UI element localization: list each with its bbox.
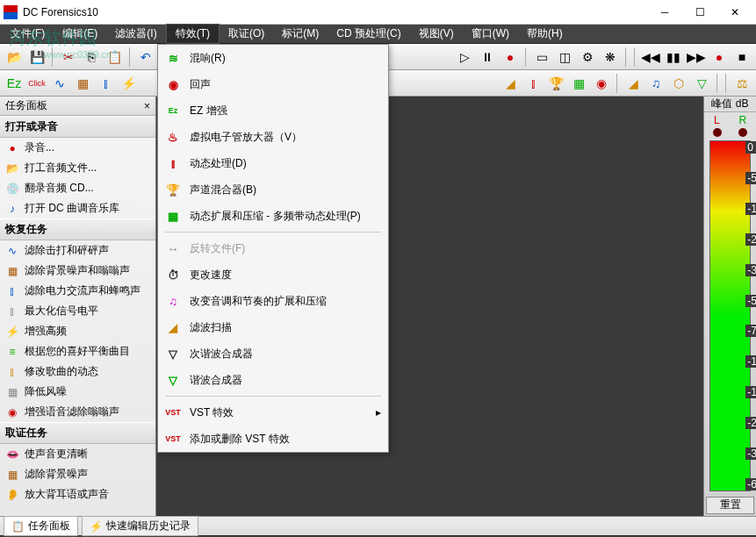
- expand-icon: ▦: [165, 208, 181, 224]
- tab-task-panel[interactable]: 📋任务面板: [4, 516, 78, 536]
- panel-close-icon[interactable]: ×: [144, 100, 150, 112]
- fx-d-icon[interactable]: ▦: [568, 73, 589, 94]
- menu-row-amp[interactable]: ♨虚拟电子管放大器（V）: [158, 124, 388, 150]
- svg-rect-1: [4, 12, 18, 19]
- menu-row-vst[interactable]: VST添加或删除 VST 特效: [158, 426, 388, 452]
- task-item[interactable]: ⚡增强高频: [0, 321, 155, 341]
- fx-g-icon[interactable]: ♫: [645, 73, 666, 94]
- task-label: 录音...: [25, 140, 54, 155]
- fx-f-icon[interactable]: ◢: [623, 73, 644, 94]
- menu-row-reverb[interactable]: ≋混响(R): [158, 45, 388, 71]
- record-icon[interactable]: ●: [500, 47, 521, 68]
- pause-icon[interactable]: ⏸: [477, 47, 498, 68]
- menu-label: 混响(R): [190, 51, 226, 66]
- task-item[interactable]: ⫿最大化信号电平: [0, 301, 155, 321]
- meter-reset-button[interactable]: 重置: [706, 497, 754, 514]
- menu-row-subharm[interactable]: ▽次谐波合成器: [158, 340, 388, 367]
- menu-row-harm[interactable]: ▽谐波合成器: [158, 367, 388, 393]
- view-icon[interactable]: ▭: [531, 47, 552, 68]
- menu-label: 回声: [190, 77, 211, 92]
- task-item[interactable]: ∿滤除击打和砰砰声: [0, 240, 155, 261]
- filter-spectrum-icon[interactable]: ▦: [72, 73, 93, 94]
- forward-icon[interactable]: ▶▶: [686, 47, 707, 68]
- task-icon: 👄: [5, 448, 19, 462]
- zoom-icon[interactable]: ◫: [554, 47, 575, 68]
- task-item[interactable]: ≡根据您的喜好平衡曲目: [0, 341, 155, 362]
- menu-item-8[interactable]: 窗口(W): [463, 25, 518, 43]
- task-icon: ▦: [5, 385, 19, 399]
- menu-item-0[interactable]: 文件(F): [2, 25, 54, 43]
- task-item[interactable]: 👄使声音更清晰: [0, 444, 155, 464]
- menu-item-3[interactable]: 特效(T): [166, 24, 220, 44]
- maximize-button[interactable]: ☐: [682, 1, 717, 24]
- task-label: 使声音更清晰: [25, 447, 88, 462]
- menu-row-mixer[interactable]: 🏆声道混合器(B): [158, 176, 388, 203]
- paste-icon[interactable]: 📋: [104, 47, 125, 68]
- menu-item-6[interactable]: CD 预处理(C): [328, 25, 409, 43]
- task-item[interactable]: ◉增强语音滤除嗡嗡声: [0, 402, 155, 422]
- task-item[interactable]: ●录音...: [0, 138, 155, 158]
- filter-ez-icon[interactable]: Ez: [4, 73, 25, 94]
- section-header: 恢复任务: [0, 218, 155, 240]
- menu-row-vst[interactable]: VSTVST 特效▸: [158, 399, 388, 426]
- task-item[interactable]: 👂放大背耳语或声音: [0, 484, 155, 505]
- minimize-button[interactable]: ─: [647, 1, 682, 24]
- task-item[interactable]: 💿翻录音频 CD...: [0, 178, 155, 198]
- filter-click-icon[interactable]: Click: [26, 73, 47, 94]
- menu-row-speed[interactable]: ⏱更改速度: [158, 261, 388, 288]
- save-icon[interactable]: 💾: [26, 47, 47, 68]
- config-icon[interactable]: ❋: [600, 47, 621, 68]
- menu-item-7[interactable]: 视图(V): [410, 25, 463, 43]
- menu-row-dynamic[interactable]: ⫿动态处理(D): [158, 150, 388, 176]
- fx-i-icon[interactable]: ▽: [691, 73, 712, 94]
- task-item[interactable]: ♪打开 DC 曲调音乐库: [0, 198, 155, 218]
- menu-item-2[interactable]: 滤波器(I): [106, 25, 165, 43]
- sidebar-title: 任务面板 ×: [0, 97, 155, 116]
- meter-tick: 0: [745, 141, 756, 154]
- menu-row-pitch[interactable]: ♫改变音调和节奏的扩展和压缩: [158, 288, 388, 314]
- copy-icon[interactable]: ⎘: [81, 47, 102, 68]
- menu-row-ez[interactable]: EzEZ 增强: [158, 97, 388, 124]
- task-item[interactable]: ▦滤除背景噪声: [0, 464, 155, 484]
- record2-icon[interactable]: ●: [709, 47, 730, 68]
- task-item[interactable]: ⫿滤除电力交流声和蜂鸣声: [0, 281, 155, 301]
- filter-wave-icon[interactable]: ∿: [49, 73, 70, 94]
- fx-h-icon[interactable]: ⬡: [668, 73, 689, 94]
- open-icon[interactable]: 📂: [4, 47, 25, 68]
- task-item[interactable]: ▦降低风噪: [0, 382, 155, 402]
- rewind-icon[interactable]: ◀◀: [640, 47, 661, 68]
- task-item[interactable]: ⫿修改歌曲的动态: [0, 362, 155, 382]
- fx-c-icon[interactable]: 🏆: [545, 73, 566, 94]
- filter-eq-icon[interactable]: ⚡: [118, 73, 139, 94]
- menu-label: EZ 增强: [190, 104, 227, 118]
- menu-item-5[interactable]: 标记(M): [273, 25, 328, 43]
- task-label: 增强高频: [25, 324, 67, 339]
- meter-tick: -5.0: [745, 172, 756, 184]
- fx-a-icon[interactable]: ◢: [500, 73, 521, 94]
- task-label: 滤除击打和砰砰声: [25, 243, 109, 258]
- menu-label: VST 特效: [190, 405, 234, 420]
- menu-row-sweep[interactable]: ◢滤波扫描: [158, 314, 388, 340]
- task-item[interactable]: 📂打工音频文件...: [0, 158, 155, 178]
- menu-item-4[interactable]: 取证(O): [220, 25, 273, 43]
- menu-label: 改变音调和节奏的扩展和压缩: [190, 294, 327, 309]
- menu-row-expand[interactable]: ▦动态扩展和压缩 - 多频带动态处理(P): [158, 203, 388, 229]
- cut-icon[interactable]: ✂: [58, 47, 79, 68]
- fx-b-icon[interactable]: ⫿: [522, 73, 544, 94]
- task-item[interactable]: ▦滤除背景噪声和嗡嗡声: [0, 261, 155, 281]
- fx-e-icon[interactable]: ◉: [591, 73, 612, 94]
- settings-icon[interactable]: ⚙: [577, 47, 598, 68]
- reverse-icon: ↔: [165, 240, 181, 256]
- pause2-icon[interactable]: ▮▮: [663, 47, 684, 68]
- filter-bars-icon[interactable]: ⫿: [95, 73, 116, 94]
- titlebar: DC Forensics10 ─ ☐ ✕: [0, 0, 756, 25]
- close-button[interactable]: ✕: [717, 1, 752, 24]
- menu-item-9[interactable]: 帮助(H): [518, 25, 572, 43]
- play-icon[interactable]: ▷: [454, 47, 475, 68]
- menu-item-1[interactable]: 编辑(E): [54, 25, 106, 43]
- tab-history[interactable]: ⚡快速编辑历史记录: [82, 516, 198, 536]
- undo-icon[interactable]: ↶: [135, 47, 156, 68]
- stop-icon[interactable]: ■: [731, 47, 752, 68]
- menu-row-echo[interactable]: ◉回声: [158, 71, 388, 97]
- balance-icon[interactable]: ⚖: [731, 73, 752, 94]
